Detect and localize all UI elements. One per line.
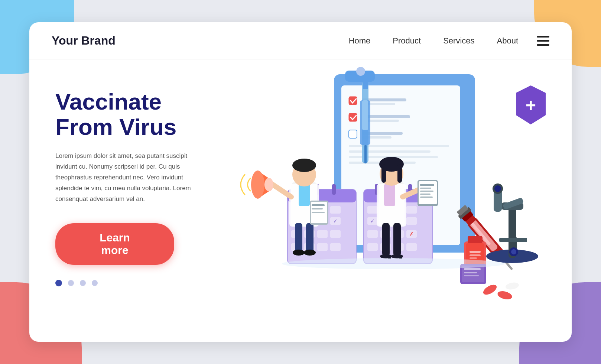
svg-point-86 — [251, 170, 264, 199]
svg-rect-113 — [420, 196, 433, 198]
hamburger-menu[interactable] — [537, 36, 549, 46]
svg-rect-14 — [349, 150, 431, 153]
illustration: + ✗ ✗ ✓ ✓ — [222, 63, 572, 342]
header: Your Brand Home Product Services About — [29, 22, 572, 59]
svg-rect-2 — [356, 67, 365, 76]
svg-rect-112 — [420, 194, 431, 195]
nav-item-about[interactable]: About — [497, 36, 519, 46]
carousel-dots — [55, 280, 200, 286]
svg-rect-80 — [295, 223, 302, 253]
brand-logo: Your Brand — [52, 34, 116, 48]
svg-rect-45 — [330, 243, 341, 251]
svg-rect-4 — [349, 97, 357, 105]
svg-rect-10 — [349, 130, 357, 138]
svg-rect-40 — [317, 230, 328, 238]
svg-rect-81 — [306, 223, 314, 253]
svg-rect-77 — [299, 184, 310, 206]
svg-rect-66 — [367, 243, 378, 251]
hero-description: Lorem ipsum dolor sit amet, sea putant s… — [55, 151, 196, 204]
nav-item-services[interactable]: Services — [443, 36, 474, 46]
svg-rect-145 — [464, 272, 477, 273]
svg-rect-111 — [420, 191, 433, 192]
dot-1[interactable] — [55, 280, 62, 286]
svg-point-141 — [505, 282, 520, 290]
svg-text:✓: ✓ — [370, 218, 375, 224]
svg-point-83 — [304, 250, 316, 256]
dot-3[interactable] — [80, 280, 86, 286]
svg-rect-61 — [367, 230, 378, 238]
svg-text:✗: ✗ — [409, 231, 414, 237]
svg-rect-136 — [470, 251, 481, 253]
svg-rect-101 — [393, 223, 401, 256]
svg-rect-60 — [406, 217, 417, 225]
svg-rect-74 — [364, 145, 367, 163]
hamburger-line-1 — [537, 36, 549, 38]
svg-rect-144 — [464, 268, 481, 270]
svg-rect-7 — [349, 113, 357, 121]
nav-item-home[interactable]: Home — [349, 36, 371, 46]
svg-text:✓: ✓ — [333, 218, 338, 224]
nav-item-product[interactable]: Product — [393, 36, 421, 46]
svg-rect-90 — [312, 204, 325, 206]
learn-more-button[interactable]: Learn more — [55, 223, 174, 265]
svg-point-139 — [482, 283, 498, 296]
svg-rect-73 — [363, 78, 368, 89]
svg-point-131 — [511, 249, 516, 254]
hero-headline: Vaccinate From Virus — [55, 89, 200, 140]
svg-rect-137 — [470, 254, 481, 256]
svg-rect-110 — [420, 188, 431, 189]
svg-point-140 — [497, 290, 513, 301]
right-panel: + ✗ ✗ ✓ ✓ — [222, 59, 572, 342]
svg-rect-29 — [330, 206, 341, 214]
svg-rect-72 — [362, 100, 368, 130]
svg-rect-44 — [317, 243, 328, 251]
svg-point-147 — [282, 258, 505, 269]
left-panel: Vaccinate From Virus Lorem ipsum dolor s… — [29, 59, 222, 342]
svg-point-128 — [494, 185, 501, 192]
svg-point-87 — [264, 178, 273, 191]
hamburger-line-3 — [537, 44, 549, 46]
content-area: Vaccinate From Virus Lorem ipsum dolor s… — [29, 59, 572, 342]
svg-rect-135 — [468, 236, 483, 243]
svg-rect-54 — [406, 206, 417, 214]
svg-rect-41 — [330, 230, 341, 238]
svg-rect-109 — [420, 184, 434, 186]
nav: Home Product Services About — [349, 36, 518, 46]
dot-4[interactable] — [92, 280, 98, 286]
main-card: Your Brand Home Product Services About V… — [29, 22, 572, 342]
svg-rect-100 — [382, 223, 390, 256]
svg-text:+: + — [526, 95, 536, 115]
svg-rect-143 — [462, 266, 484, 282]
svg-rect-138 — [470, 257, 477, 259]
svg-point-79 — [292, 159, 316, 172]
dot-2[interactable] — [68, 280, 74, 286]
svg-rect-69 — [406, 243, 417, 251]
svg-rect-91 — [312, 208, 323, 209]
svg-rect-92 — [312, 212, 325, 213]
hamburger-line-2 — [537, 40, 549, 42]
svg-rect-132 — [499, 238, 527, 242]
svg-rect-99 — [397, 164, 402, 183]
svg-rect-51 — [367, 206, 378, 214]
svg-point-82 — [293, 250, 305, 256]
svg-rect-98 — [381, 164, 386, 183]
svg-rect-146 — [464, 275, 479, 276]
svg-rect-95 — [384, 184, 395, 206]
svg-rect-23 — [332, 184, 336, 195]
